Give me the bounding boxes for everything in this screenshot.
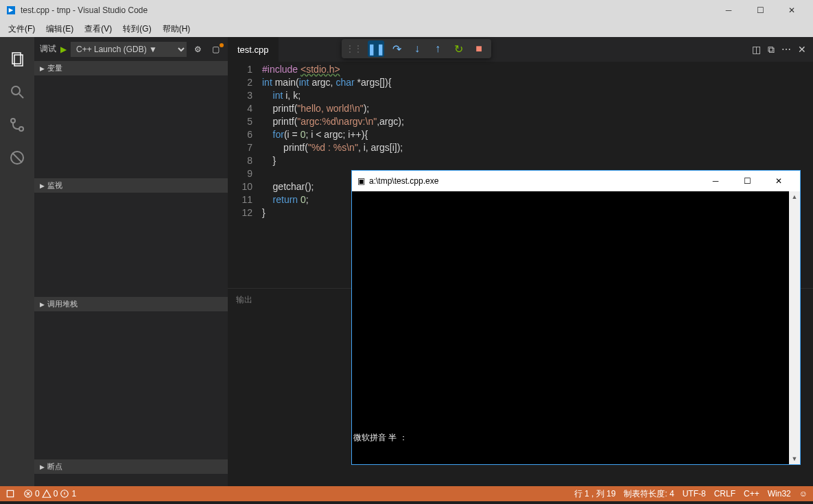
status-language[interactable]: C++	[744, 489, 759, 499]
vscode-icon	[5, 5, 16, 16]
tab-test-cpp[interactable]: test.cpp	[228, 37, 279, 62]
debug-stop-button[interactable]: ■	[471, 40, 487, 57]
console-icon: ▣	[357, 176, 365, 186]
status-bar: 0 0 1 行 1 , 列 19 制表符长度: 4 UTF-8 CRLF C++…	[0, 486, 813, 501]
toggle-layout-icon[interactable]: ⧉	[768, 44, 775, 56]
console-minimize-button[interactable]: ─	[700, 176, 731, 186]
debug-label: 调试	[40, 43, 56, 55]
svg-line-3	[19, 94, 23, 98]
window-titlebar: test.cpp - tmp - Visual Studio Code ─ ☐ …	[0, 0, 813, 21]
status-encoding[interactable]: UTF-8	[683, 489, 706, 499]
console-title: a:\tmp\test.cpp.exe	[369, 176, 438, 186]
menu-goto[interactable]: 转到(G)	[117, 22, 156, 36]
split-editor-icon[interactable]: ◫	[752, 44, 761, 55]
debug-step-over-button[interactable]: ↷	[388, 40, 405, 57]
start-debug-icon[interactable]: ▶	[60, 45, 67, 54]
svg-point-5	[19, 127, 23, 131]
debug-step-out-button[interactable]: ↑	[429, 40, 446, 57]
window-close-button[interactable]: ✕	[776, 0, 808, 21]
activity-debug[interactable]	[0, 141, 34, 174]
section-variables[interactable]: ▶变量	[34, 61, 228, 75]
activity-search[interactable]	[0, 75, 34, 108]
debug-sidebar: 调试 ▶ C++ Launch (GDB) ▼ ⚙ ▢ ▶变量 ▶监视 ▶调用堆…	[34, 37, 228, 486]
activity-explorer[interactable]	[0, 43, 34, 75]
debug-pause-button[interactable]: ❚❚	[368, 40, 384, 57]
svg-point-2	[12, 86, 20, 95]
status-cursor[interactable]: 行 1 , 列 19	[574, 488, 616, 500]
debug-step-into-button[interactable]: ↓	[409, 40, 425, 57]
section-callstack[interactable]: ▶调用堆栈	[34, 297, 228, 311]
svg-point-4	[11, 119, 15, 123]
close-editor-icon[interactable]: ✕	[798, 44, 806, 55]
activity-scm[interactable]	[0, 108, 34, 141]
activity-bar	[0, 37, 34, 486]
svg-rect-8	[7, 490, 13, 496]
svg-line-7	[12, 153, 22, 163]
status-feedback-icon[interactable]: ☺	[799, 489, 808, 499]
debug-restart-button[interactable]: ↻	[450, 40, 467, 57]
drag-grip-icon[interactable]: ⋮⋮	[346, 44, 362, 53]
ime-status: 微软拼音 半 ：	[353, 432, 408, 444]
section-breakpoints[interactable]: ▶断点	[34, 459, 228, 474]
debug-toolbar[interactable]: ⋮⋮ ❚❚ ↷ ↓ ↑ ↻ ■	[342, 39, 491, 58]
console-body[interactable]: 微软拼音 半 ：	[352, 191, 800, 445]
menu-view[interactable]: 查看(V)	[79, 22, 117, 36]
console-scrollbar[interactable]: ▲ ▼	[789, 191, 800, 464]
status-remote-icon[interactable]	[5, 489, 15, 499]
menu-edit[interactable]: 编辑(E)	[40, 22, 79, 36]
window-minimize-button[interactable]: ─	[713, 0, 744, 21]
menu-help[interactable]: 帮助(H)	[157, 22, 196, 36]
menubar: 文件(F) 编辑(E) 查看(V) 转到(G) 帮助(H)	[0, 21, 813, 37]
gear-icon[interactable]: ⚙	[191, 45, 204, 54]
status-target[interactable]: Win32	[768, 489, 791, 499]
line-gutter: 123456789101112	[228, 63, 262, 288]
console-titlebar[interactable]: ▣a:\tmp\test.cpp.exe ─ ☐ ✕	[352, 171, 800, 191]
window-title: test.cpp - tmp - Visual Studio Code	[21, 5, 713, 15]
window-maximize-button[interactable]: ☐	[744, 0, 776, 21]
status-tabsize[interactable]: 制表符长度: 4	[624, 488, 674, 500]
scroll-up-icon[interactable]: ▲	[789, 191, 800, 202]
console-close-button[interactable]: ✕	[763, 176, 794, 186]
editor-tabs: test.cpp ◫ ⧉ ⋯ ✕	[228, 37, 813, 62]
more-actions-icon[interactable]: ⋯	[781, 44, 791, 55]
status-problems[interactable]: 0 0 1	[23, 489, 76, 499]
debug-console-icon[interactable]: ▢	[209, 45, 222, 54]
scroll-down-icon[interactable]: ▼	[789, 453, 800, 464]
console-window[interactable]: ▣a:\tmp\test.cpp.exe ─ ☐ ✕ 微软拼音 半 ： ▲ ▼	[351, 170, 801, 465]
console-maximize-button[interactable]: ☐	[731, 176, 763, 186]
section-watch[interactable]: ▶监视	[34, 178, 228, 193]
status-eol[interactable]: CRLF	[714, 489, 735, 499]
output-label: 输出	[236, 295, 252, 304]
debug-config-select[interactable]: C++ Launch (GDB) ▼	[71, 42, 187, 57]
menu-file[interactable]: 文件(F)	[3, 22, 40, 36]
